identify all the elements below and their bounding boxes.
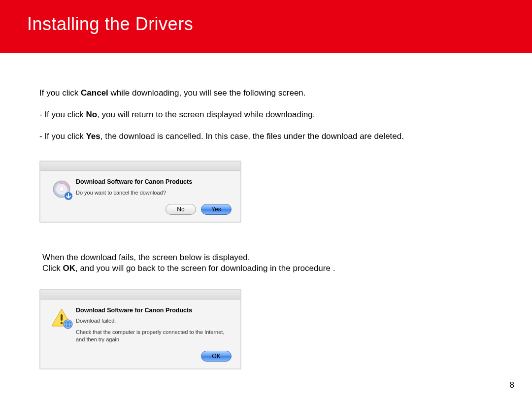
dialog-body: Download Software for Canon Products Dow… [40, 299, 240, 369]
bold-cancel: Cancel [81, 88, 108, 98]
bold-no: No [86, 110, 97, 119]
bold-ok: OK [63, 264, 76, 273]
text: , you will return to the screen displaye… [97, 110, 315, 119]
dialog-text-col: Download Software for Canon Products Dow… [76, 306, 232, 362]
page-title: Installing the Drivers [27, 14, 532, 34]
dialog-icon-col [47, 306, 76, 362]
alert-icon [50, 307, 73, 330]
dialog-message: Do you want to cancel the download? [76, 189, 232, 197]
dialog-titlebar [40, 290, 240, 299]
dialog-msg2: Check that the computer is properly conn… [76, 329, 232, 343]
intro-paragraph: If you click Cancel while downloading, y… [39, 88, 493, 99]
dialog-text-col: Download Software for Canon Products Do … [76, 178, 232, 215]
text: while downloading, you will see the foll… [108, 88, 306, 98]
yes-button[interactable]: Yes [201, 204, 232, 215]
cancel-dialog: Download Software for Canon Products Do … [39, 161, 241, 223]
no-button[interactable]: No [166, 204, 196, 215]
bullet-yes: - If you click Yes, the download is canc… [39, 131, 493, 142]
content-area: If you click Cancel while downloading, y… [0, 53, 532, 369]
dialog-title: Download Software for Canon Products [76, 178, 232, 186]
ok-button[interactable]: OK [201, 351, 232, 362]
text: - If you click [39, 110, 86, 119]
text: - If you click [39, 132, 86, 141]
section-download-failed: When the download fails, the screen belo… [39, 252, 493, 274]
text: , and you will go back to the screen for… [75, 264, 335, 273]
svg-rect-4 [61, 314, 63, 321]
failed-line1: When the download fails, the screen belo… [42, 252, 493, 263]
bullet-no: - If you click No, you will return to th… [39, 109, 493, 120]
text: Click [42, 264, 63, 273]
text: If you click [39, 88, 81, 98]
cd-download-icon [50, 179, 73, 201]
dialog-button-row: No Yes [76, 198, 232, 215]
header-band: Installing the Drivers [0, 0, 532, 53]
failed-dialog-wrap: Download Software for Canon Products Dow… [39, 289, 493, 370]
bold-yes: Yes [86, 132, 100, 141]
failed-line2: Click OK, and you will go back to the sc… [42, 263, 493, 274]
svg-point-1 [59, 187, 64, 192]
failed-dialog: Download Software for Canon Products Dow… [39, 289, 241, 370]
cancel-dialog-wrap: Download Software for Canon Products Do … [39, 161, 493, 223]
svg-point-5 [61, 322, 63, 324]
dialog-msg1: Download failed. [76, 317, 232, 325]
page-number: 8 [510, 380, 514, 390]
dialog-title: Download Software for Canon Products [76, 306, 232, 314]
text: , the download is cancelled. In this cas… [100, 132, 404, 141]
dialog-body: Download Software for Canon Products Do … [40, 171, 240, 222]
dialog-titlebar [40, 162, 240, 171]
dialog-button-row: OK [76, 345, 232, 362]
dialog-icon-col [47, 178, 76, 215]
